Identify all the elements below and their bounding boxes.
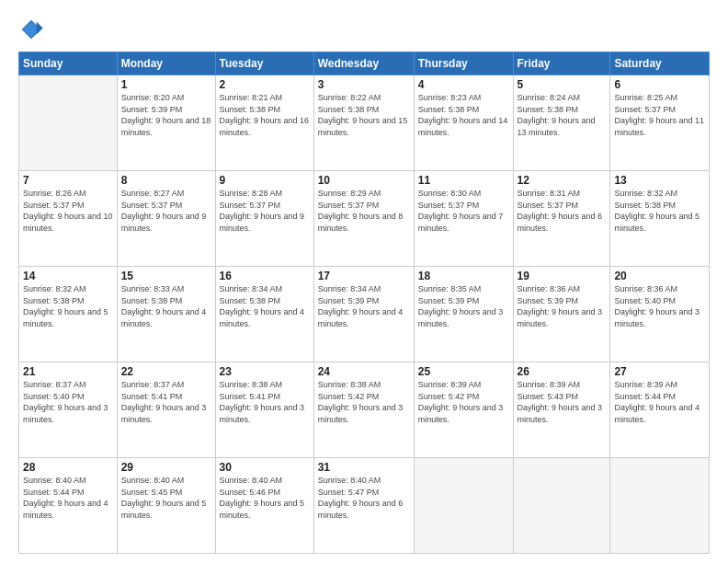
day-number: 30 (220, 461, 310, 474)
day-info: Sunrise: 8:20 AMSunset: 5:39 PMDaylight:… (121, 92, 211, 138)
weekday-header-row: SundayMondayTuesdayWednesdayThursdayFrid… (19, 52, 710, 75)
week-row-2: 7Sunrise: 8:26 AMSunset: 5:37 PMDaylight… (19, 171, 710, 267)
day-number: 6 (614, 78, 705, 91)
calendar-cell: 26Sunrise: 8:39 AMSunset: 5:43 PMDayligh… (513, 362, 610, 458)
svg-marker-2 (37, 22, 43, 35)
day-info: Sunrise: 8:39 AMSunset: 5:42 PMDaylight:… (418, 379, 509, 425)
calendar-cell: 20Sunrise: 8:36 AMSunset: 5:40 PMDayligh… (610, 267, 710, 362)
day-info: Sunrise: 8:31 AMSunset: 5:37 PMDaylight:… (518, 188, 607, 234)
day-number: 24 (318, 365, 410, 378)
week-row-1: 1Sunrise: 8:20 AMSunset: 5:39 PMDaylight… (19, 75, 710, 171)
day-info: Sunrise: 8:24 AMSunset: 5:38 PMDaylight:… (518, 92, 607, 138)
day-info: Sunrise: 8:23 AMSunset: 5:38 PMDaylight:… (418, 92, 509, 138)
day-number: 9 (220, 174, 310, 187)
day-number: 11 (418, 174, 509, 187)
day-number: 13 (614, 174, 705, 187)
calendar-cell: 31Sunrise: 8:40 AMSunset: 5:47 PMDayligh… (313, 458, 414, 554)
calendar-cell: 21Sunrise: 8:37 AMSunset: 5:40 PMDayligh… (19, 362, 118, 458)
calendar-cell: 3Sunrise: 8:22 AMSunset: 5:38 PMDaylight… (313, 75, 414, 171)
day-info: Sunrise: 8:34 AMSunset: 5:39 PMDaylight:… (318, 283, 410, 329)
calendar-cell: 1Sunrise: 8:20 AMSunset: 5:39 PMDaylight… (117, 75, 215, 171)
logo (18, 17, 48, 42)
calendar-cell (513, 458, 610, 554)
calendar-cell (19, 75, 118, 171)
day-info: Sunrise: 8:38 AMSunset: 5:41 PMDaylight:… (220, 379, 310, 425)
day-number: 17 (318, 270, 410, 282)
day-info: Sunrise: 8:29 AMSunset: 5:37 PMDaylight:… (318, 188, 410, 234)
day-info: Sunrise: 8:36 AMSunset: 5:40 PMDaylight:… (614, 283, 705, 329)
day-number: 28 (23, 461, 113, 474)
day-number: 27 (614, 365, 705, 378)
day-info: Sunrise: 8:37 AMSunset: 5:40 PMDaylight:… (23, 379, 113, 425)
day-number: 4 (418, 78, 509, 91)
day-number: 12 (518, 174, 607, 187)
day-number: 16 (220, 270, 310, 282)
day-info: Sunrise: 8:25 AMSunset: 5:37 PMDaylight:… (614, 92, 705, 138)
day-number: 1 (121, 78, 211, 91)
week-row-3: 14Sunrise: 8:32 AMSunset: 5:38 PMDayligh… (19, 267, 710, 362)
day-info: Sunrise: 8:40 AMSunset: 5:44 PMDaylight:… (23, 475, 113, 521)
day-number: 15 (121, 270, 211, 282)
calendar-cell: 30Sunrise: 8:40 AMSunset: 5:46 PMDayligh… (215, 458, 313, 554)
weekday-header-monday: Monday (117, 52, 215, 75)
day-number: 25 (418, 365, 509, 378)
day-number: 23 (220, 365, 310, 378)
day-number: 18 (418, 270, 509, 282)
day-info: Sunrise: 8:35 AMSunset: 5:39 PMDaylight:… (418, 283, 509, 329)
weekday-header-tuesday: Tuesday (215, 52, 313, 75)
day-info: Sunrise: 8:32 AMSunset: 5:38 PMDaylight:… (614, 188, 705, 234)
day-info: Sunrise: 8:32 AMSunset: 5:38 PMDaylight:… (23, 283, 113, 329)
calendar-cell: 4Sunrise: 8:23 AMSunset: 5:38 PMDaylight… (414, 75, 513, 171)
calendar-cell: 17Sunrise: 8:34 AMSunset: 5:39 PMDayligh… (313, 267, 414, 362)
weekday-header-wednesday: Wednesday (313, 52, 414, 75)
day-info: Sunrise: 8:27 AMSunset: 5:37 PMDaylight:… (121, 188, 211, 234)
calendar-cell: 29Sunrise: 8:40 AMSunset: 5:45 PMDayligh… (117, 458, 215, 554)
day-info: Sunrise: 8:28 AMSunset: 5:37 PMDaylight:… (220, 188, 310, 234)
calendar-cell: 22Sunrise: 8:37 AMSunset: 5:41 PMDayligh… (117, 362, 215, 458)
day-number: 14 (23, 270, 113, 282)
calendar-cell (610, 458, 710, 554)
calendar-cell: 23Sunrise: 8:38 AMSunset: 5:41 PMDayligh… (215, 362, 313, 458)
day-info: Sunrise: 8:38 AMSunset: 5:42 PMDaylight:… (318, 379, 410, 425)
day-info: Sunrise: 8:26 AMSunset: 5:37 PMDaylight:… (23, 188, 113, 234)
day-info: Sunrise: 8:39 AMSunset: 5:44 PMDaylight:… (614, 379, 705, 425)
day-info: Sunrise: 8:36 AMSunset: 5:39 PMDaylight:… (518, 283, 607, 329)
calendar-cell: 9Sunrise: 8:28 AMSunset: 5:37 PMDaylight… (215, 171, 313, 267)
day-number: 10 (318, 174, 410, 187)
day-info: Sunrise: 8:21 AMSunset: 5:38 PMDaylight:… (220, 92, 310, 138)
day-number: 2 (220, 78, 310, 91)
day-number: 29 (121, 461, 211, 474)
day-info: Sunrise: 8:40 AMSunset: 5:47 PMDaylight:… (318, 475, 410, 521)
day-number: 26 (518, 365, 607, 378)
calendar-cell: 24Sunrise: 8:38 AMSunset: 5:42 PMDayligh… (313, 362, 414, 458)
day-info: Sunrise: 8:40 AMSunset: 5:46 PMDaylight:… (220, 475, 310, 521)
calendar-cell: 10Sunrise: 8:29 AMSunset: 5:37 PMDayligh… (313, 171, 414, 267)
weekday-header-saturday: Saturday (610, 52, 710, 75)
day-number: 21 (23, 365, 113, 378)
weekday-header-sunday: Sunday (19, 52, 118, 75)
weekday-header-friday: Friday (513, 52, 610, 75)
page: SundayMondayTuesdayWednesdayThursdayFrid… (0, 0, 728, 563)
calendar-body: 1Sunrise: 8:20 AMSunset: 5:39 PMDaylight… (19, 75, 710, 554)
calendar-table: SundayMondayTuesdayWednesdayThursdayFrid… (18, 52, 710, 554)
day-number: 7 (23, 174, 113, 187)
calendar-cell: 15Sunrise: 8:33 AMSunset: 5:38 PMDayligh… (117, 267, 215, 362)
calendar-header: SundayMondayTuesdayWednesdayThursdayFrid… (19, 52, 710, 75)
calendar-cell: 13Sunrise: 8:32 AMSunset: 5:38 PMDayligh… (610, 171, 710, 267)
calendar-cell: 19Sunrise: 8:36 AMSunset: 5:39 PMDayligh… (513, 267, 610, 362)
calendar-cell: 18Sunrise: 8:35 AMSunset: 5:39 PMDayligh… (414, 267, 513, 362)
day-info: Sunrise: 8:37 AMSunset: 5:41 PMDaylight:… (121, 379, 211, 425)
calendar-cell: 25Sunrise: 8:39 AMSunset: 5:42 PMDayligh… (414, 362, 513, 458)
calendar-cell (414, 458, 513, 554)
day-info: Sunrise: 8:34 AMSunset: 5:38 PMDaylight:… (220, 283, 310, 329)
day-number: 22 (121, 365, 211, 378)
day-number: 5 (518, 78, 607, 91)
calendar-cell: 2Sunrise: 8:21 AMSunset: 5:38 PMDaylight… (215, 75, 313, 171)
day-info: Sunrise: 8:30 AMSunset: 5:37 PMDaylight:… (418, 188, 509, 234)
calendar-cell: 28Sunrise: 8:40 AMSunset: 5:44 PMDayligh… (19, 458, 118, 554)
day-number: 19 (518, 270, 607, 282)
day-number: 31 (318, 461, 410, 474)
logo-icon (18, 17, 44, 42)
calendar-cell: 14Sunrise: 8:32 AMSunset: 5:38 PMDayligh… (19, 267, 118, 362)
day-info: Sunrise: 8:39 AMSunset: 5:43 PMDaylight:… (518, 379, 607, 425)
